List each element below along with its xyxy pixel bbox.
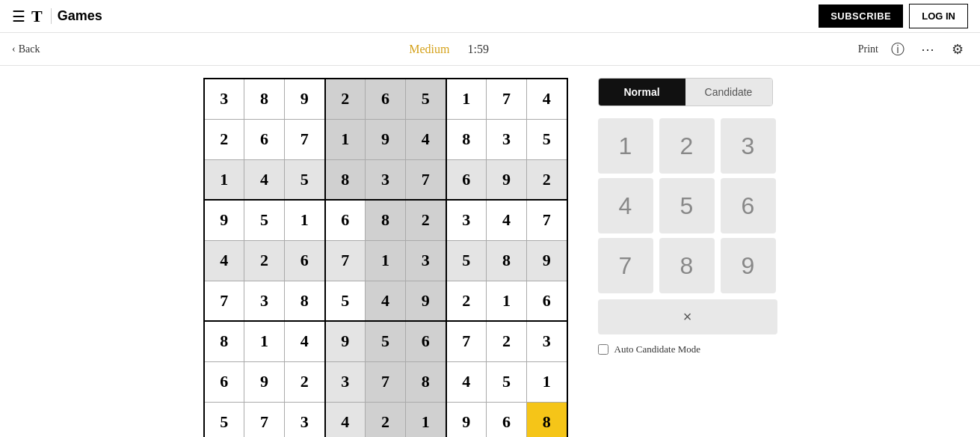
table-row[interactable]: 4 — [325, 402, 366, 437]
table-row[interactable]: 1 — [446, 79, 487, 119]
numpad-button-5[interactable]: 5 — [659, 178, 715, 233]
table-row[interactable]: 3 — [487, 119, 527, 159]
print-button[interactable]: Print — [858, 43, 878, 55]
table-row[interactable]: 2 — [244, 240, 285, 281]
hamburger-icon[interactable]: ☰ — [12, 7, 25, 25]
table-row[interactable]: 1 — [325, 119, 366, 159]
table-row[interactable]: 1 — [406, 402, 446, 437]
table-row[interactable]: 1 — [204, 159, 244, 200]
table-row[interactable]: 1 — [487, 281, 527, 321]
numpad-button-7[interactable]: 7 — [598, 238, 653, 293]
table-row[interactable]: 2 — [446, 281, 487, 321]
table-row[interactable]: 7 — [487, 79, 527, 119]
table-row[interactable]: 5 — [446, 240, 487, 281]
table-row[interactable]: 9 — [487, 159, 527, 200]
table-row[interactable]: 7 — [527, 200, 567, 240]
table-row[interactable]: 8 — [325, 159, 366, 200]
table-row[interactable]: 3 — [244, 281, 285, 321]
erase-button[interactable]: × — [598, 299, 777, 334]
table-row[interactable]: 2 — [366, 402, 406, 437]
table-row[interactable]: 1 — [527, 361, 567, 402]
table-row[interactable]: 7 — [406, 159, 446, 200]
table-row[interactable]: 2 — [406, 200, 446, 240]
table-row[interactable]: 9 — [366, 119, 406, 159]
table-row[interactable]: 1 — [285, 200, 325, 240]
table-row[interactable]: 7 — [285, 119, 325, 159]
more-options-icon[interactable]: ⋯ — [917, 39, 938, 60]
table-row[interactable]: 9 — [285, 79, 325, 119]
table-row[interactable]: 7 — [204, 281, 244, 321]
table-row[interactable]: 3 — [325, 361, 366, 402]
table-row[interactable]: 5 — [527, 119, 567, 159]
table-row[interactable]: 9 — [406, 281, 446, 321]
table-row[interactable]: 5 — [285, 159, 325, 200]
table-row[interactable]: 3 — [204, 79, 244, 119]
table-row[interactable]: 4 — [446, 361, 487, 402]
table-row[interactable]: 4 — [204, 240, 244, 281]
table-row[interactable]: 8 — [487, 240, 527, 281]
table-row[interactable]: 4 — [366, 281, 406, 321]
numpad-button-1[interactable]: 1 — [598, 118, 653, 174]
table-row[interactable]: 5 — [487, 361, 527, 402]
numpad-button-9[interactable]: 9 — [721, 238, 776, 293]
help-icon[interactable]: ⓘ — [887, 39, 908, 60]
table-row[interactable]: 7 — [244, 402, 285, 437]
table-row[interactable]: 9 — [325, 321, 366, 361]
table-row[interactable]: 5 — [366, 321, 406, 361]
table-row[interactable]: 7 — [325, 240, 366, 281]
numpad-button-8[interactable]: 8 — [659, 238, 715, 293]
table-row[interactable]: 2 — [487, 321, 527, 361]
table-row[interactable]: 5 — [325, 281, 366, 321]
table-row[interactable]: 8 — [244, 79, 285, 119]
table-row[interactable]: 3 — [406, 240, 446, 281]
candidate-mode-button[interactable]: Candidate — [685, 79, 772, 106]
table-row[interactable]: 5 — [204, 402, 244, 437]
table-row[interactable]: 3 — [527, 321, 567, 361]
numpad-button-2[interactable]: 2 — [659, 118, 715, 174]
table-row[interactable]: 2 — [204, 119, 244, 159]
table-row[interactable]: 1 — [244, 321, 285, 361]
auto-candidate-checkbox[interactable] — [598, 344, 608, 355]
table-row[interactable]: 8 — [204, 321, 244, 361]
back-button[interactable]: ‹ Back — [12, 43, 40, 55]
table-row[interactable]: 6 — [487, 402, 527, 437]
table-row[interactable]: 7 — [366, 361, 406, 402]
table-row[interactable]: 9 — [204, 200, 244, 240]
table-row[interactable]: 6 — [527, 281, 567, 321]
table-row[interactable]: 5 — [244, 200, 285, 240]
table-row[interactable]: 8 — [285, 281, 325, 321]
table-row[interactable]: 6 — [325, 200, 366, 240]
table-row[interactable]: 2 — [325, 79, 366, 119]
numpad-button-4[interactable]: 4 — [598, 178, 653, 233]
table-row[interactable]: 3 — [366, 159, 406, 200]
table-row[interactable]: 6 — [204, 361, 244, 402]
table-row[interactable]: 7 — [446, 321, 487, 361]
table-row[interactable]: 2 — [285, 361, 325, 402]
table-row[interactable]: 5 — [406, 79, 446, 119]
subscribe-button[interactable]: SUBSCRIBE — [819, 4, 903, 28]
table-row[interactable]: 6 — [285, 240, 325, 281]
login-button[interactable]: LOG IN — [909, 4, 968, 28]
settings-icon[interactable]: ⚙ — [947, 39, 968, 60]
table-row[interactable]: 8 — [446, 119, 487, 159]
table-row[interactable]: 4 — [527, 79, 567, 119]
table-row[interactable]: 6 — [366, 79, 406, 119]
table-row[interactable]: 6 — [406, 321, 446, 361]
table-row[interactable]: 8 — [406, 361, 446, 402]
table-row[interactable]: 3 — [446, 200, 487, 240]
table-row[interactable]: 4 — [487, 200, 527, 240]
numpad-button-3[interactable]: 3 — [721, 118, 776, 174]
table-row[interactable]: 2 — [527, 159, 567, 200]
table-row[interactable]: 9 — [244, 361, 285, 402]
normal-mode-button[interactable]: Normal — [599, 79, 685, 106]
table-row[interactable]: 4 — [244, 159, 285, 200]
auto-candidate-toggle[interactable]: Auto Candidate Mode — [598, 343, 777, 355]
table-row[interactable]: 8 — [527, 402, 567, 437]
table-row[interactable]: 8 — [366, 200, 406, 240]
table-row[interactable]: 1 — [366, 240, 406, 281]
table-row[interactable]: 9 — [446, 402, 487, 437]
table-row[interactable]: 9 — [527, 240, 567, 281]
table-row[interactable]: 6 — [446, 159, 487, 200]
table-row[interactable]: 3 — [285, 402, 325, 437]
table-row[interactable]: 4 — [285, 321, 325, 361]
